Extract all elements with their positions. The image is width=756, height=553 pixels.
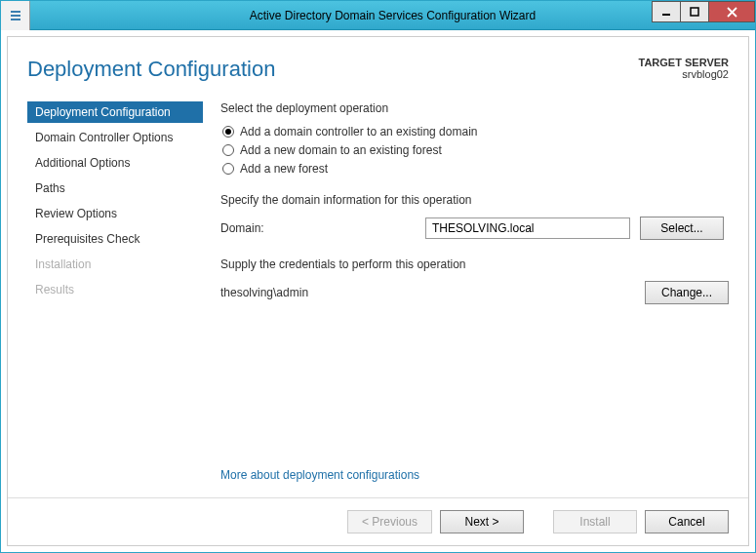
wizard-steps-sidebar: Deployment Configuration Domain Controll… <box>27 101 203 449</box>
sidebar-item-additional-options[interactable]: Additional Options <box>27 152 203 174</box>
domain-field-label: Domain: <box>220 221 416 235</box>
svg-rect-4 <box>691 8 698 16</box>
system-menu-icon[interactable] <box>1 1 30 30</box>
radio-label: Add a new forest <box>240 162 328 176</box>
change-credentials-button[interactable]: Change... <box>645 281 729 304</box>
next-button[interactable]: Next > <box>440 510 524 533</box>
svg-rect-3 <box>662 14 670 16</box>
target-server-label: TARGET SERVER <box>639 57 730 68</box>
previous-button: < Previous <box>347 510 432 533</box>
operation-section-label: Select the deployment operation <box>220 101 729 115</box>
sidebar-item-paths[interactable]: Paths <box>27 178 203 199</box>
target-server-value: srvblog02 <box>639 68 730 80</box>
sidebar-item-review-options[interactable]: Review Options <box>27 203 203 224</box>
radio-icon <box>222 126 234 138</box>
radio-add-new-forest[interactable]: Add a new forest <box>222 162 729 176</box>
credentials-section-label: Supply the credentials to perform this o… <box>220 257 729 271</box>
sidebar-item-deployment-configuration[interactable]: Deployment Configuration <box>27 101 203 123</box>
install-button: Install <box>553 510 637 533</box>
sidebar-item-results: Results <box>27 279 203 300</box>
main-panel: Select the deployment operation Add a do… <box>220 101 729 449</box>
wizard-footer: < Previous Next > Install Cancel <box>8 497 748 545</box>
svg-rect-0 <box>11 11 20 13</box>
select-domain-button[interactable]: Select... <box>640 217 724 240</box>
radio-icon <box>222 144 234 156</box>
page-title: Deployment Configuration <box>27 57 639 82</box>
domain-section-label: Specify the domain information for this … <box>220 193 729 207</box>
credentials-value: thesolving\admin <box>220 286 635 299</box>
close-button[interactable] <box>708 1 755 22</box>
sidebar-item-domain-controller-options[interactable]: Domain Controller Options <box>27 127 203 148</box>
target-server-block: TARGET SERVER srvblog02 <box>639 57 730 80</box>
cancel-button[interactable]: Cancel <box>645 510 729 533</box>
radio-label: Add a new domain to an existing forest <box>240 143 442 157</box>
sidebar-item-installation: Installation <box>27 254 203 275</box>
svg-rect-1 <box>11 15 20 17</box>
maximize-button[interactable] <box>680 1 709 22</box>
window-title: Active Directory Domain Services Configu… <box>30 9 755 22</box>
minimize-button[interactable] <box>652 1 681 22</box>
sidebar-item-prerequisites-check[interactable]: Prerequisites Check <box>27 228 203 250</box>
help-link[interactable]: More about deployment configurations <box>220 468 419 482</box>
svg-rect-2 <box>11 19 20 20</box>
radio-icon <box>222 163 234 175</box>
radio-add-dc-existing-domain[interactable]: Add a domain controller to an existing d… <box>222 125 729 138</box>
radio-add-domain-existing-forest[interactable]: Add a new domain to an existing forest <box>222 143 729 157</box>
domain-input[interactable] <box>425 217 630 239</box>
titlebar: Active Directory Domain Services Configu… <box>1 1 755 30</box>
radio-label: Add a domain controller to an existing d… <box>240 125 477 138</box>
